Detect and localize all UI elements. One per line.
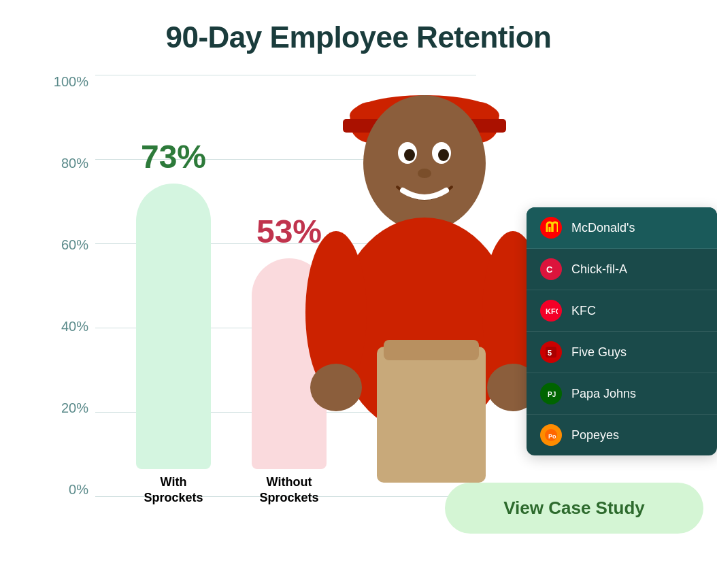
chickfila-label: Chick-fil-A <box>571 262 627 277</box>
dropdown-item-kfc[interactable]: KFC KFC <box>527 290 717 332</box>
y-label-40: 40% <box>61 319 88 333</box>
chart-title: 90-Day Employee Retention <box>0 0 717 54</box>
person-figure <box>295 54 554 544</box>
dropdown-item-mcdonalds[interactable]: McDonald's <box>527 207 717 249</box>
svg-point-16 <box>418 169 431 178</box>
y-axis: 100% 80% 60% 40% 20% 0% <box>54 75 95 496</box>
svg-rect-11 <box>384 340 479 360</box>
papajohns-icon: PJ <box>540 383 562 404</box>
svg-text:5: 5 <box>548 349 552 357</box>
mcdonalds-icon <box>540 217 562 239</box>
bar-value-with-sprockets: 73% <box>141 138 206 175</box>
y-label-100: 100% <box>54 75 88 88</box>
svg-text:C: C <box>546 264 553 275</box>
svg-text:PJ: PJ <box>548 391 556 398</box>
bar-group-with-sprockets: 73% <box>136 138 211 469</box>
svg-point-15 <box>438 149 449 161</box>
dropdown-item-popeyes[interactable]: Po Popeyes <box>527 415 717 455</box>
fiveguys-label: Five Guys <box>571 345 627 360</box>
x-label-with-sprockets: With Sprockets <box>136 474 211 506</box>
y-label-0: 0% <box>69 483 88 496</box>
svg-point-14 <box>404 149 415 161</box>
svg-text:KFC: KFC <box>546 307 558 315</box>
mcdonalds-label: McDonald's <box>571 221 635 235</box>
popeyes-label: Popeyes <box>571 428 619 443</box>
svg-text:Po: Po <box>548 433 556 440</box>
svg-point-8 <box>310 364 362 411</box>
popeyes-icon: Po <box>540 424 562 446</box>
fiveguys-icon: 5 <box>540 341 562 363</box>
papajohns-label: Papa Johns <box>571 387 636 401</box>
svg-point-3 <box>363 95 486 231</box>
kfc-label: KFC <box>571 304 596 318</box>
y-label-20: 20% <box>61 401 88 415</box>
y-label-60: 60% <box>61 238 88 252</box>
brand-dropdown: McDonald's C Chick-fil-A KFC KFC 5 <box>527 207 717 455</box>
dropdown-item-chickfila[interactable]: C Chick-fil-A <box>527 249 717 290</box>
kfc-icon: KFC <box>540 300 562 322</box>
svg-rect-10 <box>377 347 486 483</box>
chickfila-icon: C <box>540 258 562 280</box>
y-label-80: 80% <box>61 156 88 170</box>
dropdown-item-papajohns[interactable]: PJ Papa Johns <box>527 373 717 415</box>
chart-container: 90-Day Employee Retention 100% 80% 60% 4… <box>0 0 717 588</box>
dropdown-item-fiveguys[interactable]: 5 Five Guys <box>527 332 717 373</box>
bar-with-sprockets <box>136 184 211 469</box>
